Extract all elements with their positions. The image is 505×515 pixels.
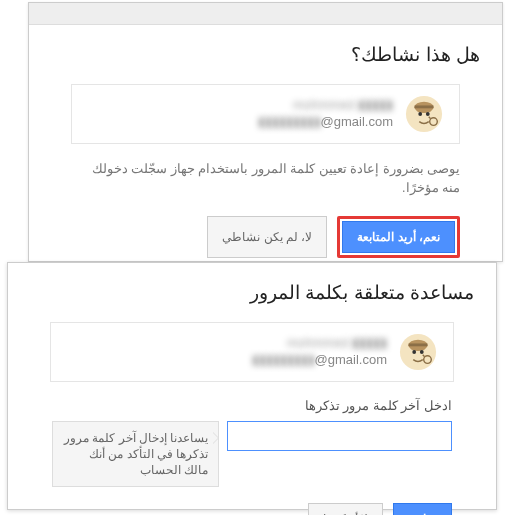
avatar-icon bbox=[405, 95, 443, 133]
panel2-button-row: متابعة لا أتذكرها bbox=[30, 503, 452, 515]
panel-header-bar bbox=[29, 3, 502, 25]
account-email-row: ▮▮▮▮▮▮▮▮▮@gmail.com bbox=[258, 114, 393, 131]
input-row: يساعدنا إدخال آخر كلمة مرور تذكرها في ال… bbox=[52, 421, 452, 487]
svg-point-10 bbox=[412, 350, 416, 354]
svg-point-11 bbox=[420, 350, 424, 354]
account-name-blurred: mohmmed ▮▮▮▮▮ bbox=[252, 335, 387, 352]
panel1-button-row: نعم، أريد المتابعة لا، لم يكن نشاطي bbox=[51, 216, 460, 258]
last-password-input[interactable] bbox=[227, 421, 452, 451]
avatar-icon bbox=[399, 333, 437, 371]
svg-point-4 bbox=[426, 112, 430, 116]
highlight-box: نعم، أريد المتابعة bbox=[337, 216, 460, 258]
email-user-blurred: ▮▮▮▮▮▮▮▮▮ bbox=[252, 352, 315, 367]
account-name-blurred: mohmmed ▮▮▮▮▮ bbox=[258, 97, 393, 114]
email-user-blurred: ▮▮▮▮▮▮▮▮▮ bbox=[258, 114, 321, 129]
account-email-row: ▮▮▮▮▮▮▮▮▮@gmail.com bbox=[252, 352, 387, 369]
svg-rect-9 bbox=[409, 343, 428, 346]
svg-rect-2 bbox=[415, 105, 434, 108]
continue-button[interactable]: متابعة bbox=[393, 503, 452, 515]
account-text: mohmmed ▮▮▮▮▮ ▮▮▮▮▮▮▮▮▮@gmail.com bbox=[258, 97, 393, 131]
panel2-title: مساعدة متعلقة بكلمة المرور bbox=[30, 281, 474, 304]
panel1-description: يوصى بضرورة إعادة تعيين كلمة المرور باست… bbox=[71, 160, 460, 198]
svg-point-7 bbox=[400, 334, 436, 370]
input-tooltip: يساعدنا إدخال آخر كلمة مرور تذكرها في ال… bbox=[52, 421, 219, 487]
svg-point-3 bbox=[418, 112, 422, 116]
password-help-panel: مساعدة متعلقة بكلمة المرور mohmmed ▮▮▮▮▮… bbox=[7, 262, 497, 510]
yes-continue-button[interactable]: نعم، أريد المتابعة bbox=[342, 221, 455, 253]
account-info-box: mohmmed ▮▮▮▮▮ ▮▮▮▮▮▮▮▮▮@gmail.com bbox=[71, 84, 460, 144]
account-text-2: mohmmed ▮▮▮▮▮ ▮▮▮▮▮▮▮▮▮@gmail.com bbox=[252, 335, 387, 369]
email-domain: @gmail.com bbox=[315, 352, 387, 367]
password-input-label: ادخل آخر كلمة مرور تذكرها bbox=[52, 398, 452, 413]
panel1-title: هل هذا نشاطك؟ bbox=[51, 43, 480, 66]
activity-verify-panel: هل هذا نشاطك؟ mohmmed ▮▮▮▮▮ ▮▮▮▮▮▮▮▮▮@gm… bbox=[28, 2, 503, 262]
svg-point-0 bbox=[406, 96, 442, 132]
dont-remember-button[interactable]: لا أتذكرها bbox=[308, 503, 383, 515]
not-my-activity-button[interactable]: لا، لم يكن نشاطي bbox=[207, 216, 327, 258]
email-domain: @gmail.com bbox=[321, 114, 393, 129]
account-info-box-2: mohmmed ▮▮▮▮▮ ▮▮▮▮▮▮▮▮▮@gmail.com bbox=[50, 322, 454, 382]
